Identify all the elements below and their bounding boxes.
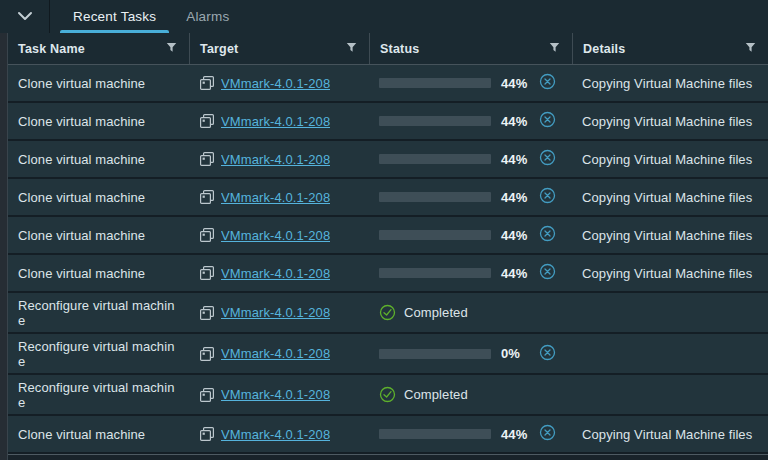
column-filter-button[interactable]: [549, 42, 560, 56]
tab-alarms[interactable]: Alarms: [171, 0, 244, 33]
column-filter-button[interactable]: [346, 42, 357, 56]
target-link[interactable]: VMmark-4.0.1-208: [221, 76, 330, 91]
vm-icon: [199, 346, 215, 362]
target-link[interactable]: VMmark-4.0.1-208: [221, 152, 330, 167]
tasks-panel-tabbar: Recent TasksAlarms: [0, 0, 768, 33]
column-header-status[interactable]: Status: [369, 33, 572, 64]
status-cell: 0%: [369, 334, 572, 373]
status-cell: 44%: [369, 103, 572, 139]
cancel-circle-icon: [539, 424, 556, 444]
column-header-target[interactable]: Target: [189, 33, 369, 64]
check-circle-icon: [379, 386, 396, 403]
vm-icon: [199, 387, 215, 403]
progress-percent-label: 44%: [501, 228, 539, 243]
column-header-details[interactable]: Details: [572, 33, 768, 64]
cancel-circle-icon: [539, 149, 556, 169]
column-header-label: Target: [200, 42, 238, 56]
task-name-cell: Reconfigure virtual machine: [8, 375, 189, 414]
progress-percent-label: 44%: [501, 76, 539, 91]
target-link[interactable]: VMmark-4.0.1-208: [221, 387, 330, 402]
vm-icon: [199, 265, 215, 281]
details-cell: Copying Virtual Machine files: [572, 416, 768, 452]
progress-bar: [379, 230, 491, 240]
task-name-cell: Clone virtual machine: [8, 255, 189, 291]
status-cell: 44%: [369, 416, 572, 452]
task-name-cell: Clone virtual machine: [8, 141, 189, 177]
cancel-task-button[interactable]: [539, 187, 556, 207]
column-header-task-name[interactable]: Task Name: [8, 33, 189, 64]
details-cell: Copying Virtual Machine files: [572, 179, 768, 215]
recent-tasks-table: Task NameTargetStatusDetails Clone virtu…: [8, 33, 768, 460]
target-link[interactable]: VMmark-4.0.1-208: [221, 427, 330, 442]
progress-bar: [379, 116, 491, 126]
cancel-task-button[interactable]: [539, 263, 556, 283]
cancel-task-button[interactable]: [539, 424, 556, 444]
target-link[interactable]: VMmark-4.0.1-208: [221, 305, 330, 320]
cancel-circle-icon: [539, 344, 556, 364]
table-row: Clone virtual machineVMmark-4.0.1-20844%…: [8, 141, 768, 179]
table-row: Clone virtual machineVMmark-4.0.1-20844%…: [8, 217, 768, 255]
recent-tasks-table-region: Task NameTargetStatusDetails Clone virtu…: [0, 33, 768, 460]
table-row: Reconfigure virtual machineVMmark-4.0.1-…: [8, 293, 768, 334]
column-header-label: Details: [583, 42, 625, 56]
status-cell: 44%: [369, 217, 572, 253]
table-header-row: Task NameTargetStatusDetails: [8, 33, 768, 65]
target-cell: VMmark-4.0.1-208: [189, 255, 369, 291]
tab-recent-tasks[interactable]: Recent Tasks: [58, 0, 171, 33]
target-cell: VMmark-4.0.1-208: [189, 65, 369, 101]
details-cell: Copying Virtual Machine files: [572, 217, 768, 253]
progress-percent-label: 44%: [501, 266, 539, 281]
table-body: Clone virtual machineVMmark-4.0.1-20844%…: [8, 65, 768, 454]
target-link[interactable]: VMmark-4.0.1-208: [221, 266, 330, 281]
details-cell: Copying Virtual Machine files: [572, 65, 768, 101]
progress-bar: [379, 429, 491, 439]
vm-icon: [199, 189, 215, 205]
details-cell: [572, 293, 768, 332]
task-name-cell: Clone virtual machine: [8, 65, 189, 101]
status-cell: Completed: [369, 375, 572, 414]
column-header-label: Task Name: [18, 42, 85, 56]
table-row: Clone virtual machineVMmark-4.0.1-20844%…: [8, 416, 768, 454]
progress-bar: [379, 349, 491, 359]
column-filter-button[interactable]: [745, 42, 756, 56]
progress-percent-label: 44%: [501, 190, 539, 205]
target-link[interactable]: VMmark-4.0.1-208: [221, 190, 330, 205]
details-cell: [572, 375, 768, 414]
target-cell: VMmark-4.0.1-208: [189, 103, 369, 139]
progress-percent-label: 44%: [501, 152, 539, 167]
progress-bar: [379, 154, 491, 164]
tab-list: Recent TasksAlarms: [58, 0, 244, 33]
progress-bar: [379, 78, 491, 88]
cancel-task-button[interactable]: [539, 73, 556, 93]
status-completed-label: Completed: [404, 305, 468, 320]
table-left-gutter: [0, 33, 8, 460]
collapse-panel-button[interactable]: [0, 0, 50, 33]
progress-bar: [379, 268, 491, 278]
chevron-down-icon: [17, 9, 33, 24]
table-row: Reconfigure virtual machineVMmark-4.0.1-…: [8, 334, 768, 375]
target-link[interactable]: VMmark-4.0.1-208: [221, 228, 330, 243]
details-cell: Copying Virtual Machine files: [572, 103, 768, 139]
funnel-icon: [745, 42, 756, 56]
status-cell: 44%: [369, 65, 572, 101]
funnel-icon: [549, 42, 560, 56]
check-circle-icon: [379, 304, 396, 321]
status-cell: 44%: [369, 141, 572, 177]
vm-icon: [199, 75, 215, 91]
cancel-task-button[interactable]: [539, 111, 556, 131]
cancel-circle-icon: [539, 111, 556, 131]
cancel-task-button[interactable]: [539, 344, 556, 364]
target-link[interactable]: VMmark-4.0.1-208: [221, 346, 330, 361]
cancel-circle-icon: [539, 263, 556, 283]
task-name-cell: Clone virtual machine: [8, 103, 189, 139]
column-filter-button[interactable]: [166, 42, 177, 56]
task-name-cell: Reconfigure virtual machine: [8, 334, 189, 373]
cancel-task-button[interactable]: [539, 149, 556, 169]
target-cell: VMmark-4.0.1-208: [189, 416, 369, 452]
vm-icon: [199, 151, 215, 167]
progress-percent-label: 44%: [501, 114, 539, 129]
target-link[interactable]: VMmark-4.0.1-208: [221, 114, 330, 129]
task-name-cell: Reconfigure virtual machine: [8, 293, 189, 332]
cancel-task-button[interactable]: [539, 225, 556, 245]
status-completed-label: Completed: [404, 387, 468, 402]
